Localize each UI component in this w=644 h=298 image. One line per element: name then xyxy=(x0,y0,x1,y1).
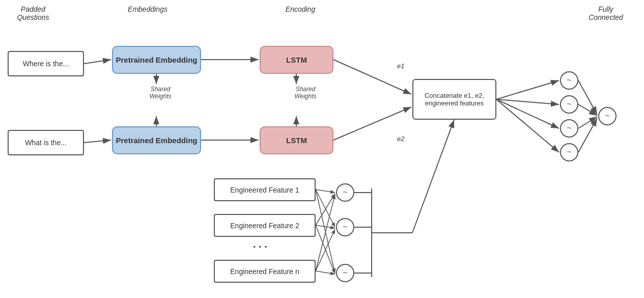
lstm-2: LSTM xyxy=(260,126,333,154)
e2-label: e2 xyxy=(397,135,404,143)
neuron-ef-1: ~ xyxy=(336,183,354,202)
svg-line-2 xyxy=(84,60,111,64)
svg-line-23 xyxy=(316,194,335,225)
e1-label: e1 xyxy=(397,62,404,70)
label-padded-questions: Padded Questions xyxy=(10,5,56,21)
label-fully-connected: FullyConnected xyxy=(580,5,631,21)
neuron-fc-2: ~ xyxy=(560,95,578,114)
shared-weights-2: SharedWeights xyxy=(283,86,328,100)
eng-feature-2: Engineered Feature 2 xyxy=(214,214,316,237)
svg-line-20 xyxy=(316,189,335,193)
neuron-ef-3: ~ xyxy=(336,264,354,282)
shared-weights-1: SharedWeights xyxy=(137,86,183,100)
svg-line-16 xyxy=(578,80,597,115)
eng-feature-1: Engineered Feature 1 xyxy=(214,178,316,201)
svg-line-27 xyxy=(316,229,335,271)
eng-feature-n: Engineered Feature n xyxy=(214,260,316,283)
svg-line-19 xyxy=(578,118,597,152)
diagram: Padded Questions Embeddings Encoding Ful… xyxy=(0,0,644,298)
svg-line-28 xyxy=(316,271,335,274)
svg-line-15 xyxy=(496,99,559,152)
concat-box: Concatenate e1, e2, engineered features xyxy=(412,79,496,120)
lstm-1: LSTM xyxy=(260,46,333,74)
svg-line-21 xyxy=(316,189,335,227)
svg-line-3 xyxy=(84,140,111,143)
svg-line-14 xyxy=(496,99,559,128)
embedding-2: Pretrained Embedding xyxy=(112,126,201,154)
svg-line-18 xyxy=(578,117,597,128)
svg-line-26 xyxy=(316,195,335,271)
svg-line-13 xyxy=(496,99,559,104)
svg-line-22 xyxy=(316,189,335,273)
neuron-ef-2: ~ xyxy=(336,218,354,236)
label-encoding: Encoding xyxy=(270,5,331,13)
svg-line-24 xyxy=(316,225,335,228)
neuron-output: ~ xyxy=(598,107,617,125)
input-q2: What is the... xyxy=(8,130,84,155)
svg-line-12 xyxy=(496,80,559,99)
label-embeddings: Embeddings xyxy=(117,5,178,13)
svg-line-25 xyxy=(316,225,335,274)
svg-line-34 xyxy=(412,120,454,233)
neuron-fc-1: ~ xyxy=(560,71,578,90)
svg-line-17 xyxy=(578,104,597,116)
neuron-fc-3: ~ xyxy=(560,119,578,138)
input-q1: Where is the... xyxy=(8,51,84,76)
neuron-fc-4: ~ xyxy=(560,143,578,161)
dots-label: · · · xyxy=(253,241,267,253)
embedding-1: Pretrained Embedding xyxy=(112,46,201,74)
